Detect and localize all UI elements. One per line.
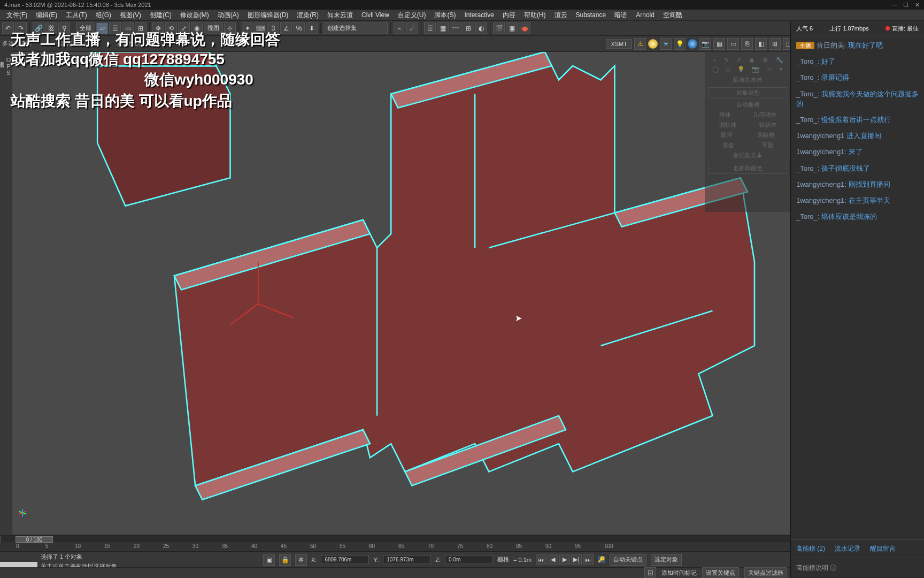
menu-views[interactable]: 视图(V) [116, 10, 145, 21]
scale-button[interactable]: ⤢ [178, 22, 190, 34]
cp-btn[interactable]: 四棱锥 [757, 131, 775, 139]
named-selection-dropdown[interactable]: 创建选择集 [324, 22, 388, 34]
cp-btn[interactable]: 管状体 [759, 121, 776, 129]
cp-autogrid[interactable]: 自动栅格 [709, 101, 787, 109]
minimize-icon[interactable]: ─ [892, 2, 897, 9]
spinner-snap-button[interactable]: ⬍ [306, 22, 318, 34]
render-setup-button[interactable]: 🎬 [493, 22, 505, 34]
menu-graph-editors[interactable]: 图形编辑器(D) [243, 10, 293, 21]
y-coord[interactable]: 1076.973m [383, 555, 431, 564]
tab-pinned[interactable]: 醒目留言 [870, 544, 896, 553]
sphere-icon[interactable] [688, 39, 697, 49]
lock-icon[interactable]: 🔒 [279, 554, 291, 566]
tab-leaderboard[interactable]: 高能榜 (2) [796, 544, 825, 553]
selection-lock-icon[interactable]: ❄ [295, 554, 307, 566]
chat-messages[interactable]: 主播 昔日的美: 现在好了吧 _Toro_: 好了 _Toro_: 录屏记得 _… [791, 36, 924, 539]
autokey-button[interactable]: 自动关键点 [610, 554, 646, 566]
cp-btn[interactable]: 圆环 [721, 131, 733, 139]
snap-toggle-button[interactable]: 3 [267, 22, 279, 34]
menu-zhimo[interactable]: 知末云渲 [323, 10, 357, 21]
material-editor-button[interactable]: ◐ [475, 22, 487, 34]
menu-kongjianku[interactable]: 空间酷 [659, 10, 687, 21]
sun-icon[interactable]: ☀ [660, 38, 672, 50]
move-button[interactable]: ✥ [152, 22, 164, 34]
selection-filter[interactable]: 选定对象 [651, 554, 682, 566]
uvw-icon[interactable]: ▦ [713, 38, 725, 50]
menu-substance[interactable]: Substance [572, 10, 611, 20]
setkey-button[interactable]: 设置关键点 [702, 567, 739, 579]
cp-btn[interactable]: 茶壶 [722, 141, 734, 149]
key-mode-icon[interactable]: 🔑 [598, 556, 605, 563]
isolate-toggle-icon[interactable]: ▣ [263, 554, 275, 566]
chat-footer[interactable]: 高能榜说明 ⓘ [791, 558, 924, 578]
ref-coord-dropdown[interactable]: 视图 [204, 22, 223, 34]
menu-anyu[interactable]: 暗语 [610, 10, 632, 21]
cp-title[interactable]: 标准基本体 [709, 76, 787, 84]
unlink-button[interactable]: ⛓ [45, 22, 57, 34]
tab-flow[interactable]: 流水记录 [835, 544, 860, 553]
menu-interactive[interactable]: Interactive [460, 10, 498, 20]
x-coord[interactable]: 6809.706m [321, 555, 369, 564]
rectangular-selection-button[interactable]: ▭ [122, 22, 134, 34]
keyfilter-button[interactable]: 关键点过滤器 [744, 567, 787, 579]
warn-icon[interactable]: ⚠ [634, 38, 646, 50]
light-icon[interactable] [648, 39, 658, 49]
align-button[interactable]: ☄ [406, 22, 418, 34]
next-frame-icon[interactable]: ▶| [571, 554, 582, 565]
percent-snap-button[interactable]: % [293, 22, 305, 34]
camera-icon[interactable]: 📷 [699, 38, 711, 50]
goto-end-icon[interactable]: ⏭ [583, 554, 594, 565]
link-button[interactable]: 🔗 [33, 22, 44, 34]
time-ruler[interactable]: 0510152025303540455055606570758085909510… [0, 543, 790, 551]
close-icon[interactable]: ✕ [915, 2, 920, 9]
cp-btn[interactable]: 平面 [761, 141, 773, 149]
menu-civil-view[interactable]: Civil View [357, 10, 394, 20]
xsmt-label[interactable]: XSMT [606, 39, 632, 49]
prev-frame-icon[interactable]: ◀ [548, 554, 558, 565]
rail-item[interactable]: OPS [5, 57, 12, 530]
checkbox-icon[interactable]: ☑ [644, 567, 656, 579]
mirror-button[interactable]: ⧜ [394, 22, 405, 34]
layer-explorer-button[interactable]: ☰ [424, 22, 436, 34]
z-coord[interactable]: 0.0m [445, 555, 493, 564]
selection-filter-dropdown[interactable]: 全部 [76, 22, 95, 34]
cp-btn[interactable]: 球体 [719, 111, 731, 119]
time-knob[interactable]: 0 / 100 [16, 536, 53, 543]
grid-icon[interactable]: ⊞ [769, 38, 781, 50]
maximize-icon[interactable]: ☐ [903, 2, 908, 9]
menu-animation[interactable]: 动画(A) [213, 10, 243, 21]
menu-group[interactable]: 组(G) [91, 10, 116, 21]
schematic-view-button[interactable]: ⊞ [463, 22, 474, 34]
menu-help[interactable]: 帮助(H) [520, 10, 550, 21]
menu-arnold[interactable]: Arnold [632, 10, 659, 20]
toggle-ribbon-button[interactable]: ▦ [437, 22, 449, 34]
undo-button[interactable]: ↶ [2, 22, 14, 34]
select-icon[interactable]: ▭ [727, 38, 739, 50]
play-icon[interactable]: ▶ [559, 554, 570, 565]
menu-edit[interactable]: 编辑(E) [32, 10, 61, 21]
menu-modifiers[interactable]: 修改器(M) [176, 10, 213, 21]
menu-xuanyun[interactable]: 渲云 [550, 10, 572, 21]
goto-start-icon[interactable]: ⏮ [536, 554, 546, 565]
window-crossing-button[interactable]: ⊞ [135, 22, 147, 34]
select-by-name-button[interactable]: ☰ [109, 22, 121, 34]
cp-btn[interactable]: 加强型文本 [733, 151, 763, 159]
bind-button[interactable]: ⚲ [58, 22, 70, 34]
menu-content[interactable]: 内容 [498, 10, 520, 21]
keyboard-shortcut-button[interactable]: ⌨ [255, 22, 266, 34]
placement-button[interactable]: ◉ [191, 22, 203, 34]
copy-icon[interactable]: ⎘ [741, 38, 753, 50]
menu-rendering[interactable]: 渲染(R) [292, 10, 323, 21]
add-time-tag[interactable]: 添加时间标记 [661, 569, 697, 577]
redo-button[interactable]: ↷ [15, 22, 27, 34]
rotate-button[interactable]: ⟲ [165, 22, 177, 34]
time-slider[interactable]: 0 / 100 [0, 536, 790, 543]
render-button[interactable]: 🫖 [519, 22, 530, 34]
angle-snap-button[interactable]: ∠ [280, 22, 292, 34]
bulb-icon[interactable]: 💡 [674, 38, 686, 50]
menu-file[interactable]: 文件(F) [2, 10, 32, 21]
curve-editor-button[interactable]: 〰 [450, 22, 461, 34]
menu-scripting[interactable]: 脚本(S) [430, 10, 460, 21]
menu-tools[interactable]: 工具(T) [61, 10, 91, 21]
rail-item[interactable]: 建模 [0, 57, 5, 530]
